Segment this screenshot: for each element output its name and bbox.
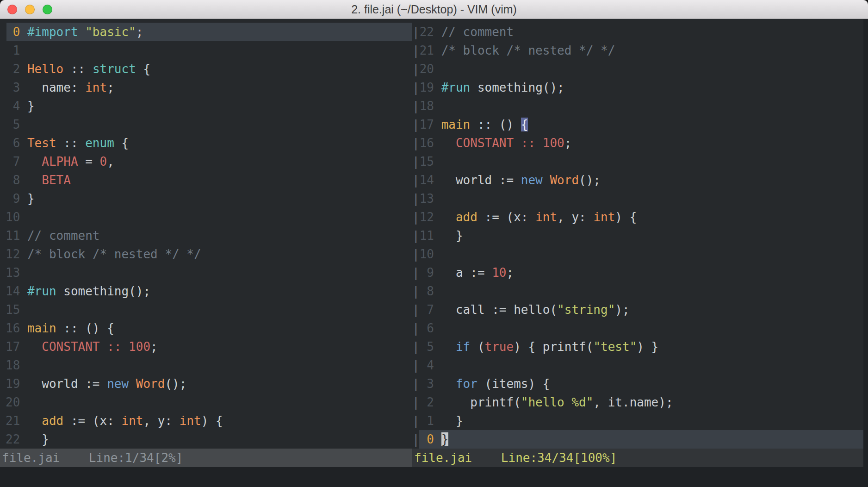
code-token [441,340,456,354]
close-button[interactable] [7,5,17,14]
code-line[interactable]: 0 #import "basic"; [0,23,412,41]
code-line[interactable]: 3 name: int; [0,78,412,97]
line-number: |20 [412,62,441,76]
code-line[interactable]: | 5 if (true) { printf("test") } [412,337,863,356]
code-token: add [42,414,63,428]
code-line[interactable]: 19 world := new Word(); [0,375,412,393]
status-position-left: Line:1/34[2%] [89,451,183,465]
code-line[interactable]: 18 [0,356,412,375]
line-number: | 1 [412,414,441,428]
line-number: |10 [412,247,441,261]
code-line[interactable]: |14 world := new Word(); [412,171,863,189]
pane-divider-bar: | [412,377,420,391]
code-line[interactable]: 12 /* block /* nested */ */ [0,245,412,263]
code-line[interactable]: |11 } [412,226,863,245]
line-number: 22 [6,432,27,446]
code-line[interactable]: |20 [412,60,863,78]
pane-divider-bar: | [412,247,420,261]
code-line[interactable]: 22 } [0,430,412,449]
line-number: 4 [6,99,27,113]
code-token: { [114,136,129,150]
code-line[interactable]: | 6 [412,319,863,337]
code-token: ) { [201,414,223,428]
code-line[interactable]: 16 main :: () { [0,319,412,337]
pane-divider-bar: | [412,136,420,150]
line-number: |21 [412,44,441,57]
code-line[interactable]: 8 BETA [0,171,412,189]
code-line[interactable]: 4 } [0,97,412,115]
line-number: 18 [6,358,27,372]
code-line[interactable]: | 9 a := 10; [412,263,863,282]
code-line[interactable]: 6 Test :: enum { [0,134,412,152]
code-line[interactable]: 14 #run something(); [0,282,412,300]
code-line[interactable]: 21 add := (x: int, y: int) { [0,412,412,430]
right-editor-pane[interactable]: |22 // comment|21 /* block /* nested */ … [412,23,863,449]
code-line[interactable]: |12 add := (x: int, y: int) { [412,208,863,226]
line-number: | 9 [412,266,441,280]
code-line[interactable]: | 0 } [412,430,863,449]
code-line[interactable]: 11 // comment [0,226,412,245]
code-token: ; [136,25,143,39]
left-editor-pane[interactable]: 0 #import "basic"; 1 2 Hello :: struct {… [0,23,412,449]
code-token: new [107,377,129,391]
code-line[interactable]: | 3 for (items) { [412,375,863,393]
zoom-button[interactable] [43,5,52,14]
code-line[interactable]: 5 [0,115,412,134]
code-line[interactable]: 2 Hello :: struct { [0,60,412,78]
code-line[interactable]: 13 [0,263,412,282]
pane-divider-bar: | [412,99,420,113]
code-line[interactable]: |17 main :: () { [412,115,863,134]
code-token: int [85,81,107,94]
code-token: 0 [100,155,107,169]
minimize-button[interactable] [25,5,35,14]
code-token: , [107,155,114,169]
line-number: |17 [412,118,441,131]
code-token: "basic" [85,25,136,39]
line-number: |22 [412,25,441,39]
code-line[interactable]: | 7 call := hello("string"); [412,300,863,319]
code-token: ( [470,340,484,354]
code-line[interactable]: |18 [412,97,863,115]
code-token: struct [93,62,136,76]
code-line[interactable]: |22 // comment [412,23,863,41]
line-number: 6 [6,136,27,150]
code-token: "string" [557,303,615,317]
code-token: world := [441,173,521,187]
code-token: new [521,173,543,187]
code-line[interactable]: 1 [0,41,412,60]
code-token: #run [441,81,471,94]
code-token: /* block /* nested */ */ [441,44,615,57]
code-line[interactable]: |19 #run something(); [412,78,863,97]
code-line[interactable]: |13 [412,189,863,208]
code-token [78,25,86,39]
code-line[interactable]: |15 [412,152,863,171]
code-line[interactable]: 9 } [0,189,412,208]
code-line[interactable]: | 2 printf("hello %d", it.name); [412,393,863,412]
line-number: 1 [6,44,27,57]
pane-divider-bar: | [412,192,420,206]
code-line[interactable]: 10 [0,208,412,226]
code-line[interactable]: 20 [0,393,412,412]
code-token: :: () { [56,321,114,335]
line-number: 3 [6,81,27,94]
code-line[interactable]: | 8 [412,282,863,300]
code-line[interactable]: |16 CONSTANT :: 100; [412,134,863,152]
line-number: |18 [412,99,441,113]
code-token: := (x: [63,414,121,428]
code-token: "hello %d" [521,395,594,409]
status-filename-right: file.jai [414,451,472,465]
code-line[interactable]: | 4 [412,356,863,375]
pane-divider-bar: | [412,414,420,428]
code-line[interactable]: 15 [0,300,412,319]
code-token: } [441,229,463,243]
pane-divider-bar: | [412,81,420,94]
code-line[interactable]: | 1 } [412,412,863,430]
code-line[interactable]: |21 /* block /* nested */ */ [412,41,863,60]
code-line[interactable]: |10 [412,245,863,263]
code-line[interactable]: 7 ALPHA = 0, [0,152,412,171]
code-line[interactable]: 17 CONSTANT :: 100; [0,337,412,356]
status-spacer [863,449,868,467]
code-token [27,173,42,187]
code-token: } [27,99,35,113]
code-token: 10 [492,266,506,280]
